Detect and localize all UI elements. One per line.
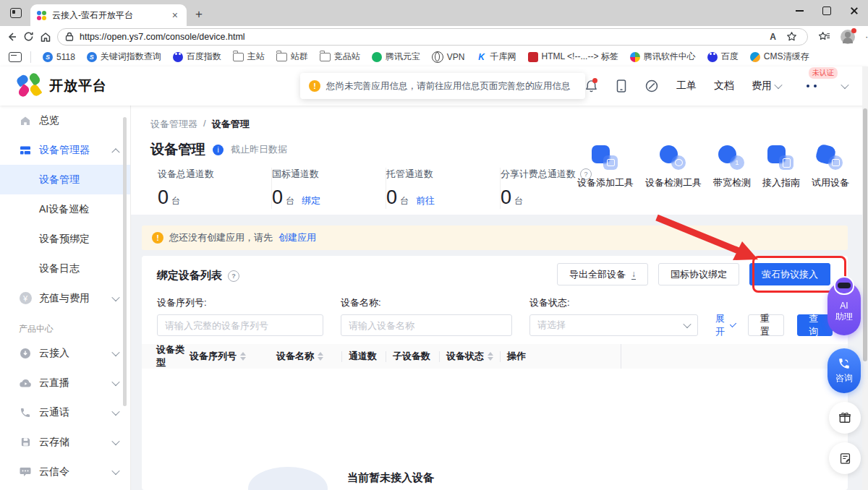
- platform-logo[interactable]: 开放平台: [16, 74, 107, 98]
- bookmark-vpn[interactable]: VPN: [432, 51, 465, 63]
- bookmark-qianku[interactable]: K千库网: [477, 51, 516, 63]
- sidebar-item-device-mgmt[interactable]: 设备管理: [0, 165, 130, 194]
- ai-assistant-button[interactable]: AI 助理: [827, 282, 861, 335]
- sidebar-item-overview[interactable]: 总览: [0, 106, 130, 135]
- window-maximize-button[interactable]: [813, 0, 841, 22]
- ai-robot-icon: [834, 276, 854, 295]
- sidebar-scrollbar[interactable]: [123, 117, 127, 406]
- sort-icon[interactable]: [240, 352, 246, 361]
- goto-link[interactable]: 前往: [416, 194, 435, 207]
- scrollbar-thumb[interactable]: [863, 108, 867, 361]
- bookmark-baidu-index[interactable]: 百度指数: [173, 51, 221, 63]
- address-bar[interactable]: https://open.ys7.com/console/device.html…: [57, 28, 808, 46]
- help-icon[interactable]: ?: [228, 270, 239, 282]
- sidebar-item-ai-inspect[interactable]: AI设备巡检: [0, 194, 130, 224]
- serial-number-input[interactable]: [157, 314, 323, 336]
- tab-close-icon[interactable]: ×: [169, 9, 181, 21]
- sidebar-item-cloud-storage[interactable]: 云存储: [0, 427, 130, 457]
- refresh-button[interactable]: [23, 29, 34, 45]
- export-all-devices-button[interactable]: 导出全部设备 ↓: [557, 263, 648, 285]
- fees-menu[interactable]: 费用: [752, 79, 781, 93]
- back-button[interactable]: [6, 29, 17, 45]
- breadcrumb-parent[interactable]: 设备管理器: [150, 118, 197, 131]
- sidebar-item-cloud-live[interactable]: 云直播: [0, 368, 130, 397]
- sidebar-item-cloud-access[interactable]: 云接入: [0, 338, 130, 368]
- consult-button[interactable]: 咨询: [827, 348, 861, 393]
- bind-link[interactable]: 绑定: [302, 194, 320, 207]
- mobile-app-button[interactable]: [616, 79, 627, 93]
- expand-filters-link[interactable]: 展开: [715, 312, 735, 338]
- bookmark-main-site-folder[interactable]: 主站: [233, 51, 265, 63]
- bookmark-competitor-folder[interactable]: 竞品站: [320, 51, 360, 63]
- bookmark-baidu[interactable]: 百度: [707, 51, 739, 63]
- sort-icon[interactable]: [318, 352, 323, 361]
- sidebar-item-device-manager[interactable]: 设备管理器: [0, 135, 130, 165]
- create-app-link[interactable]: 创建应用: [278, 231, 316, 244]
- ecosystem-button[interactable]: [644, 79, 659, 93]
- notifications-button[interactable]: [584, 79, 598, 93]
- docs-link[interactable]: 文档: [714, 79, 734, 93]
- bookmark-tencent-software[interactable]: 腾讯软件中心: [630, 51, 696, 63]
- sidebar-item-recharge[interactable]: ¥ 充值与费用: [0, 283, 130, 313]
- bookmark-5118[interactable]: S5118: [43, 52, 75, 62]
- tab-workspaces-icon[interactable]: [6, 4, 26, 22]
- device-list-card: 绑定设备列表 ? 导出全部设备 ↓ 国标协议绑定 萤石协议接入 设备序列号: 设…: [142, 256, 848, 490]
- user-avatar[interactable]: 未认证: [799, 73, 825, 99]
- column-device-name[interactable]: 设备名称: [276, 350, 335, 363]
- feedback-button[interactable]: [829, 442, 861, 474]
- column-serial-number[interactable]: 设备序列号: [190, 350, 276, 363]
- tool-bandwidth[interactable]: 1 带宽检测: [713, 145, 751, 189]
- chevron-down-icon: [111, 377, 119, 385]
- sidebar-item-cloud-signal[interactable]: 云信令: [0, 457, 130, 486]
- tool-trial-device[interactable]: 试用设备: [812, 145, 849, 189]
- access-guide-icon: [767, 145, 795, 171]
- url-text[interactable]: https://open.ys7.com/console/device.html: [80, 32, 770, 42]
- bookmark-html-tag[interactable]: HTML <!--...--> 标签: [528, 51, 618, 63]
- chevron-down-icon[interactable]: [841, 81, 848, 89]
- sidebar-item-label: 设备日志: [39, 262, 80, 275]
- close-icon: [850, 7, 859, 15]
- tool-device-add[interactable]: 设备添加工具: [577, 145, 634, 189]
- device-status-select[interactable]: 请选择: [529, 314, 698, 336]
- gift-button[interactable]: [829, 402, 861, 434]
- window-minimize-button[interactable]: [786, 0, 813, 22]
- divider: [439, 351, 440, 362]
- tool-device-detect[interactable]: 设备检测工具: [645, 145, 702, 189]
- read-aloud-icon[interactable]: A: [770, 32, 776, 42]
- bookmark-keyword-index[interactable]: S关键词指数查询: [87, 51, 161, 63]
- stat-gb-channels: 国标通道数 0台绑定: [272, 168, 386, 209]
- sidebar-item-device-log[interactable]: 设备日志: [0, 254, 130, 283]
- bookmark-site-group-folder[interactable]: 站群: [276, 51, 308, 63]
- bookmark-tencent-yuanbao[interactable]: 腾讯元宝: [372, 51, 420, 63]
- browser-tab[interactable]: 云接入-萤石开放平台 ×: [30, 4, 187, 26]
- stat-unit: 台: [286, 195, 294, 207]
- bookmark-cms-cache[interactable]: CMS清缓存: [750, 51, 809, 63]
- browser-menu-icon[interactable]: ···: [865, 31, 868, 42]
- device-name-input[interactable]: [341, 314, 512, 336]
- browser-profile-avatar[interactable]: [841, 30, 855, 44]
- work-order-link[interactable]: 工单: [676, 79, 697, 93]
- favorite-star-icon[interactable]: [786, 31, 797, 42]
- sidebar-item-label: 设备管理: [39, 173, 80, 186]
- reset-button[interactable]: 重置: [748, 314, 784, 336]
- chevron-down-icon: [111, 348, 119, 356]
- feedback-note-icon: [838, 452, 852, 465]
- sidebar-toggle-icon[interactable]: [9, 52, 22, 62]
- bookmark-label: 千库网: [490, 51, 516, 63]
- page-scrollbar[interactable]: [862, 66, 868, 490]
- sidebar-item-pre-bind[interactable]: 设备预绑定: [0, 224, 130, 254]
- window-close-button[interactable]: [841, 0, 868, 22]
- home-button[interactable]: [40, 29, 51, 45]
- sidebar-item-cloud-call[interactable]: 云通话: [0, 397, 130, 427]
- new-tab-button[interactable]: +: [195, 8, 203, 20]
- favorites-collection-icon[interactable]: [818, 31, 830, 42]
- download-icon: ↓: [631, 270, 636, 280]
- tool-access-guide[interactable]: 接入指南: [762, 145, 800, 189]
- gb-protocol-bind-button[interactable]: 国标协议绑定: [658, 263, 739, 285]
- sidebar-item-label: 云信令: [39, 465, 113, 478]
- column-device-status[interactable]: 设备状态: [446, 350, 493, 363]
- sort-icon[interactable]: [488, 352, 493, 361]
- cloud-live-icon: [19, 377, 32, 390]
- ezviz-protocol-access-button[interactable]: 萤石协议接入: [749, 263, 830, 285]
- 5118-icon: S: [43, 52, 53, 62]
